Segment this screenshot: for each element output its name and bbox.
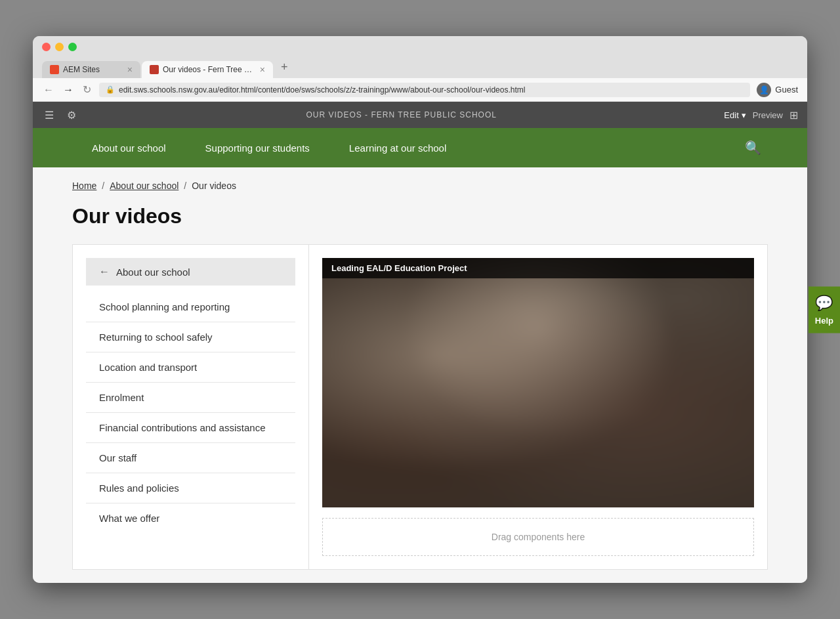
breadcrumb: Home / About our school / Our videos bbox=[72, 181, 768, 191]
close-button[interactable] bbox=[42, 43, 51, 51]
main-content: Leading EAL/D Education Project Drag com… bbox=[309, 245, 767, 569]
user-label: Guest bbox=[775, 85, 798, 95]
lock-icon: 🔒 bbox=[106, 85, 115, 94]
nav-learning[interactable]: Learning at our school bbox=[329, 128, 466, 167]
page-content: Home / About our school / Our videos Our… bbox=[33, 167, 807, 583]
sidebar-header-label: About our school bbox=[116, 267, 190, 278]
help-label: Help bbox=[815, 315, 833, 325]
sidebar-item-enrolment[interactable]: Enrolment bbox=[86, 383, 295, 413]
nav-supporting[interactable]: Supporting our students bbox=[186, 128, 329, 167]
tabs-row: AEM Sites × Our videos - Fern Tree Publi… bbox=[42, 56, 798, 78]
sidebar-item-planning[interactable]: School planning and reporting bbox=[86, 292, 295, 322]
edit-label: Edit bbox=[724, 110, 738, 120]
forward-button[interactable]: → bbox=[62, 83, 75, 97]
tab-school[interactable]: Our videos - Fern Tree Public S... × bbox=[142, 61, 273, 78]
user-avatar: 👤 bbox=[757, 83, 771, 97]
search-icon[interactable]: 🔍 bbox=[738, 140, 768, 156]
sidebar-item-rules[interactable]: Rules and policies bbox=[86, 473, 295, 503]
preview-button[interactable]: Preview bbox=[753, 110, 783, 120]
url-text: edit.sws.schools.nsw.gov.au/editor.html/… bbox=[119, 85, 525, 95]
breadcrumb-parent[interactable]: About our school bbox=[110, 181, 178, 191]
grid-button[interactable]: ⊞ bbox=[789, 109, 798, 121]
back-arrow-icon: ← bbox=[99, 266, 110, 278]
breadcrumb-current: Our videos bbox=[192, 181, 236, 191]
sidebar-item-staff[interactable]: Our staff bbox=[86, 443, 295, 473]
help-icon: 💬 bbox=[815, 294, 833, 311]
back-button[interactable]: ← bbox=[42, 83, 55, 97]
sidebar-item-location[interactable]: Location and transport bbox=[86, 352, 295, 383]
nav-about[interactable]: About our school bbox=[72, 128, 186, 167]
site-nav: About our school Supporting our students… bbox=[33, 128, 807, 167]
sidebar: ← About our school School planning and r… bbox=[73, 245, 309, 569]
minimize-button[interactable] bbox=[55, 43, 64, 51]
sidebar-toggle-button[interactable]: ☰ bbox=[42, 106, 56, 124]
page-title: Our videos bbox=[72, 204, 768, 228]
tab-school-close[interactable]: × bbox=[260, 65, 265, 74]
breadcrumb-home[interactable]: Home bbox=[72, 181, 96, 191]
tab-aem-close[interactable]: × bbox=[127, 65, 133, 74]
tab-school-label: Our videos - Fern Tree Public S... bbox=[163, 65, 256, 74]
breadcrumb-sep-2: / bbox=[184, 181, 186, 191]
tab-aem[interactable]: AEM Sites × bbox=[42, 61, 140, 78]
title-bar: AEM Sites × Our videos - Fern Tree Publi… bbox=[33, 36, 807, 78]
video-title-bar: Leading EAL/D Education Project bbox=[322, 258, 754, 278]
edit-chevron-icon: ▾ bbox=[742, 110, 746, 120]
breadcrumb-sep-1: / bbox=[102, 181, 104, 191]
help-button[interactable]: 💬 Help bbox=[808, 286, 840, 333]
video-blur-background bbox=[322, 258, 754, 507]
sidebar-item-returning[interactable]: Returning to school safely bbox=[86, 322, 295, 352]
cms-settings-button[interactable]: ⚙ bbox=[64, 106, 79, 124]
content-area: ← About our school School planning and r… bbox=[72, 244, 768, 570]
edit-button[interactable]: Edit ▾ bbox=[724, 110, 746, 120]
drag-zone[interactable]: Drag components here bbox=[322, 518, 754, 556]
cms-actions: Edit ▾ Preview ⊞ bbox=[724, 109, 798, 121]
cms-title: OUR VIDEOS - FERN TREE PUBLIC SCHOOL bbox=[87, 110, 716, 119]
video-thumbnail[interactable] bbox=[322, 258, 754, 507]
sidebar-item-offer[interactable]: What we offer bbox=[86, 503, 295, 533]
new-tab-button[interactable]: + bbox=[274, 56, 295, 78]
url-bar: ← → ↻ 🔒 edit.sws.schools.nsw.gov.au/edit… bbox=[33, 78, 807, 102]
reload-button[interactable]: ↻ bbox=[81, 82, 93, 97]
sidebar-header[interactable]: ← About our school bbox=[86, 258, 295, 286]
cms-toolbar: ☰ ⚙ OUR VIDEOS - FERN TREE PUBLIC SCHOOL… bbox=[33, 102, 807, 128]
sidebar-item-financial[interactable]: Financial contributions and assistance bbox=[86, 413, 295, 443]
tab-aem-label: AEM Sites bbox=[63, 65, 123, 74]
school-icon bbox=[150, 65, 159, 74]
user-area: 👤 Guest bbox=[757, 83, 798, 97]
traffic-lights bbox=[42, 43, 798, 51]
aem-icon bbox=[50, 65, 59, 74]
video-container[interactable]: Leading EAL/D Education Project bbox=[322, 258, 754, 507]
maximize-button[interactable] bbox=[68, 43, 77, 51]
url-field[interactable]: 🔒 edit.sws.schools.nsw.gov.au/editor.htm… bbox=[99, 83, 750, 97]
